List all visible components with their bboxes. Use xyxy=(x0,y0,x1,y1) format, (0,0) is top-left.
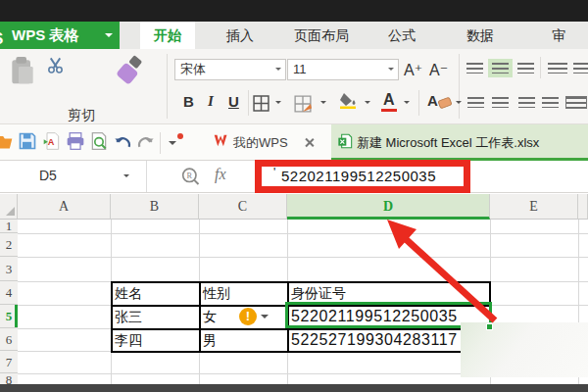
row-header-3[interactable]: 3 xyxy=(0,257,18,281)
borders-icon[interactable] xyxy=(253,95,270,112)
quickbar-customize-icon[interactable] xyxy=(169,141,176,149)
row-header-2[interactable]: 2 xyxy=(0,233,18,257)
open-icon[interactable] xyxy=(0,131,14,151)
font-color-button[interactable]: A xyxy=(381,91,397,112)
eraser-icon xyxy=(438,97,452,109)
search-icon[interactable]: R xyxy=(181,167,201,187)
print-icon[interactable] xyxy=(66,131,85,151)
wrap-text-button[interactable] xyxy=(566,97,586,108)
doc-tab-wps-home[interactable]: 我的WPS xyxy=(210,124,325,161)
row-header-6[interactable]: 6 xyxy=(0,328,18,351)
align-top-button[interactable] xyxy=(466,63,483,74)
ribbon-separator xyxy=(248,90,249,116)
row-header-4[interactable]: 4 xyxy=(0,281,18,305)
justify-button[interactable] xyxy=(542,97,559,108)
align-right-button[interactable] xyxy=(518,97,535,108)
underline-button[interactable]: U xyxy=(228,93,239,110)
decrease-indent-button[interactable] xyxy=(548,63,567,74)
column-header-B[interactable]: B xyxy=(111,194,199,220)
undo-icon[interactable] xyxy=(113,131,132,151)
font-size-select[interactable]: 11 xyxy=(287,59,399,80)
menu-tab-2[interactable]: 插入 xyxy=(213,22,268,49)
name-box-dropdown-icon[interactable] xyxy=(123,174,129,180)
table-border xyxy=(199,281,201,351)
gridline xyxy=(18,257,588,258)
align-center-button[interactable] xyxy=(492,97,509,108)
borders-dropdown-icon[interactable] xyxy=(275,101,281,107)
column-header-D[interactable]: D xyxy=(287,194,490,220)
paste-icon[interactable] xyxy=(6,55,39,86)
column-header-A[interactable]: A xyxy=(18,194,111,220)
column-header-E[interactable]: E xyxy=(490,194,578,220)
cell-D6[interactable]: 522527199304283117 xyxy=(287,328,490,351)
table-border xyxy=(111,351,491,353)
redo-icon[interactable] xyxy=(136,131,156,151)
shrink-font-button[interactable]: A⁻ xyxy=(429,61,448,79)
cell-C6[interactable]: 男 xyxy=(199,328,287,351)
menu-tab-3[interactable]: 页面布局 xyxy=(280,22,363,49)
cell-B5[interactable]: 张三 xyxy=(111,305,199,328)
italic-button[interactable]: I xyxy=(208,93,214,110)
font-name-select[interactable]: 宋体 xyxy=(174,59,286,80)
cut-button[interactable]: 剪切 xyxy=(68,107,95,124)
font-name-value: 宋体 xyxy=(180,62,206,76)
app-logo[interactable]: S WPS 表格 xyxy=(0,22,120,49)
fill-handle[interactable] xyxy=(486,323,493,330)
grow-font-button[interactable]: A⁺ xyxy=(404,61,422,79)
fill-color-icon[interactable] xyxy=(338,91,362,109)
menu-tab-6[interactable]: 审阅 xyxy=(538,22,579,49)
fill-color-dropdown-icon[interactable] xyxy=(365,101,370,107)
error-warning-icon[interactable]: ! xyxy=(239,308,257,325)
table-border xyxy=(111,281,491,283)
print-preview-icon[interactable] xyxy=(89,131,109,151)
logo-dropdown-icon[interactable] xyxy=(105,33,113,41)
column-header-C[interactable]: C xyxy=(199,194,287,220)
svg-text:R: R xyxy=(186,172,192,180)
doc-tab-label: 新建 Microsoft Excel 工作表.xlsx xyxy=(357,134,539,152)
menu-tab-4[interactable]: 公式 xyxy=(374,22,429,49)
app-logo-label: WPS 表格 xyxy=(12,22,78,49)
spreadsheet-grid: ABCDE12345678姓名性别身份证号张三女5220211995122500… xyxy=(0,193,588,392)
row-header-1[interactable]: 1 xyxy=(0,220,18,233)
cell-B6[interactable]: 李四 xyxy=(111,328,199,351)
draw-border-icon[interactable] xyxy=(294,95,312,113)
format-painter-icon[interactable] xyxy=(114,55,145,86)
document-tab-bar: A 我的WPS xyxy=(0,124,588,161)
row-header-7[interactable]: 7 xyxy=(0,351,18,373)
close-tab-icon[interactable] xyxy=(304,137,315,148)
formula-highlight-box: ' 522021199512250035 xyxy=(255,160,470,193)
font-name-dropdown-icon[interactable] xyxy=(275,68,281,74)
formula-input[interactable]: 522021199512250035 xyxy=(281,168,436,184)
font-color-dropdown-icon[interactable] xyxy=(404,101,410,107)
ribbon-separator xyxy=(540,57,541,78)
ribbon-toolbar: 粘贴 剪切 复制 格式刷 宋体 11 A⁺ A⁻ xyxy=(0,49,588,124)
quickbar-separator xyxy=(160,132,161,154)
clear-format-button[interactable]: A xyxy=(427,92,438,109)
select-all-corner[interactable] xyxy=(0,194,18,220)
save-icon[interactable] xyxy=(18,131,37,151)
clear-format-dropdown-icon[interactable] xyxy=(456,101,462,107)
row-header-5[interactable]: 5 xyxy=(0,305,18,328)
export-pdf-icon[interactable]: A xyxy=(42,131,62,151)
align-left-button[interactable] xyxy=(467,97,484,108)
column-header-partial[interactable] xyxy=(578,194,588,220)
cell-C4[interactable]: 性别 xyxy=(199,281,287,305)
wps-spreadsheet-window: S WPS 表格 开始插入页面布局公式数据审阅 粘贴 剪切 复制 格式刷 xyxy=(0,0,588,392)
cell-B4[interactable]: 姓名 xyxy=(111,281,199,305)
notification-dot xyxy=(177,133,183,139)
draw-border-dropdown-icon[interactable] xyxy=(320,101,326,107)
menu-tab-5[interactable]: 数据 xyxy=(453,22,508,49)
ribbon-separator xyxy=(418,90,419,116)
align-bottom-button[interactable] xyxy=(517,63,534,74)
increase-indent-button[interactable] xyxy=(573,63,588,74)
cut-icon[interactable] xyxy=(46,56,65,74)
bold-button[interactable]: B xyxy=(183,93,194,110)
window-bottom-edge xyxy=(0,384,588,392)
menu-tab-1[interactable]: 开始 xyxy=(140,22,195,49)
doc-tab-workbook[interactable]: 新建 Microsoft Excel 工作表.xlsx xyxy=(331,124,588,161)
warning-dropdown-icon[interactable] xyxy=(261,315,269,322)
font-size-dropdown-icon[interactable] xyxy=(388,68,394,74)
insert-function-button[interactable]: fx xyxy=(215,166,226,183)
name-box[interactable]: D5 xyxy=(0,161,147,192)
align-middle-button[interactable] xyxy=(492,63,509,74)
